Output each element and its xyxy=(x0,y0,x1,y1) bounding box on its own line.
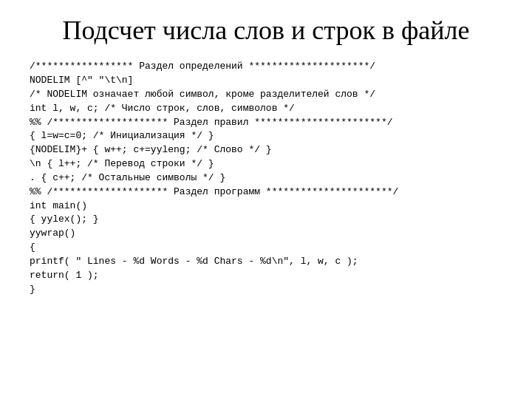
code-line: return( 1 ); xyxy=(30,270,99,281)
code-line: int l, w, c; /* Число строк, слов, симво… xyxy=(30,103,295,114)
code-line: NODELIM [^" "\t\n] xyxy=(30,75,133,86)
page-title: Подсчет числа слов и строк в файле xyxy=(30,15,502,47)
code-line: yywrap() xyxy=(30,228,75,239)
code-line: { xyxy=(30,242,35,253)
code-line: int main() xyxy=(30,200,87,211)
code-line: printf( " Lines - %d Words - %d Chars - … xyxy=(30,256,358,267)
code-line: { yylex(); } xyxy=(30,214,99,225)
code-line: /* NODELIM означает любой символ, кроме … xyxy=(30,89,375,100)
page: Подсчет числа слов и строк в файле /****… xyxy=(0,0,532,399)
code-line: } xyxy=(30,284,35,295)
code-block: /***************** Раздел определений **… xyxy=(30,60,502,296)
code-line: %% /******************** Раздел правил *… xyxy=(30,117,392,128)
code-line: \n { l++; /* Перевод строки */ } xyxy=(30,158,214,169)
code-line: { l=w=c=0; /* Инициализация */ } xyxy=(30,130,214,141)
code-line: {NODELIM}+ { w++; c+=yyleng; /* Слово */… xyxy=(30,144,272,155)
code-line: %% /******************** Раздел программ… xyxy=(30,186,398,197)
code-line: /***************** Раздел определений **… xyxy=(30,61,375,72)
code-line: . { c++; /* Остальные символы */ } xyxy=(30,172,225,183)
